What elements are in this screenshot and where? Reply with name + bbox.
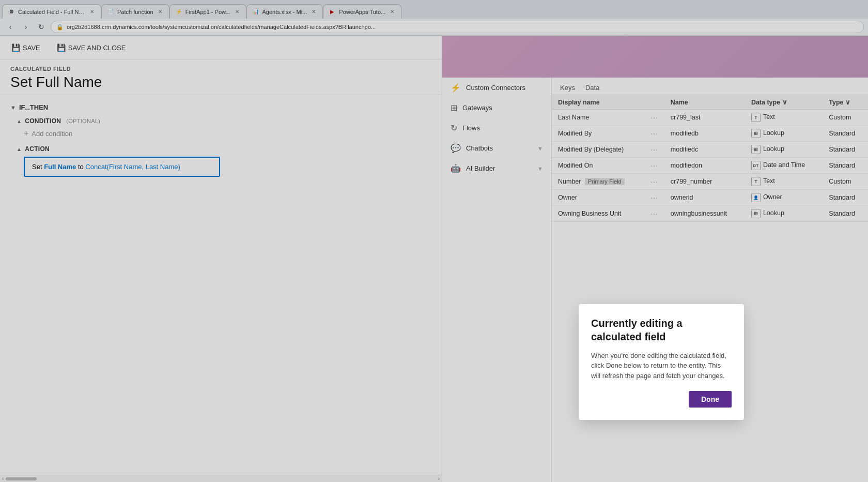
modal-footer: Done: [591, 391, 732, 408]
done-button[interactable]: Done: [689, 391, 732, 408]
modal-body: When you're done editing the calculated …: [591, 351, 732, 381]
modal-title: Currently editing a calculated field: [591, 317, 732, 343]
modal-overlay[interactable]: Currently editing a calculated field Whe…: [0, 0, 868, 482]
modal-box: Currently editing a calculated field Whe…: [579, 304, 744, 420]
